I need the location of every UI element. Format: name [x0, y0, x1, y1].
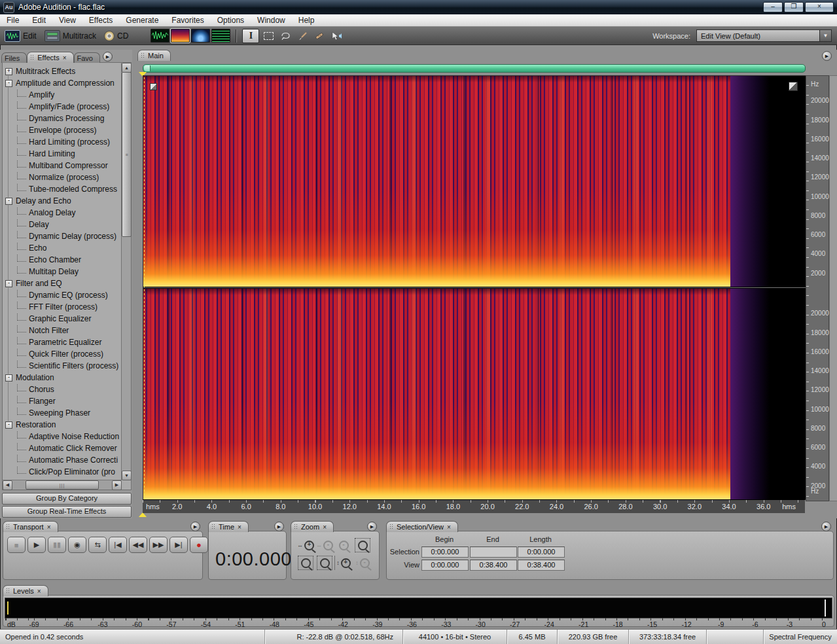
spectral-display[interactable]: [143, 75, 806, 500]
timeline-ruler[interactable]: hms hms 2.04.06.08.010.012.014.016.018.0…: [143, 499, 805, 513]
panel-menu-icon[interactable]: ▶: [190, 522, 200, 531]
waveform-view-button[interactable]: [151, 29, 169, 43]
tree-item-automatic-click-remover[interactable]: Automatic Click Remover: [3, 442, 122, 454]
close-button[interactable]: ×: [805, 2, 834, 12]
menu-favorites[interactable]: Favorites: [165, 14, 210, 26]
effects-paintbrush-tool-button[interactable]: [294, 29, 310, 43]
status-file-size[interactable]: 6.45 MB: [507, 630, 557, 644]
expand-icon[interactable]: +: [5, 68, 12, 75]
zoom-in-left-selection-button[interactable]: [297, 555, 314, 571]
tab-levels[interactable]: Levels×: [3, 585, 48, 596]
tree-item-dynamic-delay-process-[interactable]: Dynamic Delay (process): [3, 230, 122, 242]
maximize-button[interactable]: ❐: [784, 2, 804, 12]
workspace-dropdown[interactable]: Edit View (Default) ▼: [696, 29, 832, 42]
view-length-field[interactable]: 0:38.400: [518, 560, 565, 571]
view-begin-field[interactable]: 0:00.000: [421, 560, 469, 571]
vertical-scrollbar[interactable]: ▲ ≡ ▼: [121, 63, 131, 480]
tree-item-scientific-filters-process-[interactable]: Scientific Filters (process): [3, 360, 122, 372]
close-tab-icon[interactable]: ×: [47, 524, 51, 531]
vertical-scrollbar[interactable]: [829, 75, 837, 501]
tab-transport[interactable]: Transport×: [3, 521, 58, 532]
level-meter[interactable]: [5, 598, 832, 618]
menu-effects[interactable]: Effects: [82, 14, 119, 26]
spot-healing-brush-tool-button[interactable]: [312, 29, 327, 43]
selection-begin-field[interactable]: 0:00.000: [421, 546, 469, 558]
scroll-down-icon[interactable]: ▼: [122, 471, 132, 480]
collapse-icon[interactable]: -: [5, 198, 12, 205]
tab-time[interactable]: Time×: [208, 521, 249, 532]
spectrogram-left-channel[interactable]: [143, 76, 806, 287]
tree-item-hard-limiting[interactable]: Hard Limiting: [3, 148, 122, 160]
selection-length-field[interactable]: 0:00.000: [518, 546, 565, 558]
go-to-end-button[interactable]: ▶|: [169, 537, 188, 553]
scrollbar-cap[interactable]: [144, 65, 151, 71]
status-time-free[interactable]: 373:33:18.34 free: [628, 630, 706, 644]
spectral-handle-icon[interactable]: [150, 83, 157, 90]
edit-view-button[interactable]: Edit: [23, 31, 37, 41]
tree-item-echo-chamber[interactable]: Echo Chamber: [3, 254, 122, 266]
tree-item-chorus[interactable]: Chorus: [3, 384, 122, 395]
scrub-tool-button[interactable]: [329, 29, 344, 43]
tree-item-echo[interactable]: Echo: [3, 242, 122, 254]
horizontal-scrollbar[interactable]: ◀ ||| ▶: [3, 480, 122, 490]
rewind-button[interactable]: ◀◀: [129, 537, 147, 553]
cd-view-icon[interactable]: [104, 31, 115, 41]
tree-item-tube-modeled-compress[interactable]: Tube-modeled Compress: [3, 183, 122, 195]
tree-item-amplitude-and-compression[interactable]: -Amplitude and Compression: [3, 77, 122, 89]
panel-menu-icon[interactable]: ▶: [821, 522, 831, 531]
panel-menu-icon[interactable]: ▶: [822, 51, 832, 61]
zoom-out-full-button[interactable]: -: [335, 537, 352, 553]
scroll-left-icon[interactable]: ◀: [3, 480, 12, 490]
play-looped-button[interactable]: ⇆: [88, 537, 107, 553]
tree-item-sweeping-phaser[interactable]: Sweeping Phaser: [3, 407, 122, 419]
minimize-button[interactable]: –: [763, 2, 783, 12]
pause-button[interactable]: ▮▮: [48, 537, 66, 553]
tab-favorites[interactable]: Favo: [74, 52, 100, 63]
time-selection-tool-button[interactable]: I: [242, 29, 259, 43]
play-from-cursor-button[interactable]: ◉: [68, 537, 86, 553]
close-tab-icon[interactable]: ×: [37, 588, 41, 595]
tree-item-dynamics-processing[interactable]: Dynamics Processing: [3, 113, 122, 124]
tree-item-analog-delay[interactable]: Analog Delay: [3, 207, 122, 219]
tree-item-fft-filter-process-[interactable]: FFT Filter (process): [3, 301, 122, 313]
close-tab-icon[interactable]: ×: [323, 524, 327, 531]
tree-item-modulation[interactable]: -Modulation: [3, 372, 122, 384]
tree-item-restoration[interactable]: -Restoration: [3, 419, 122, 431]
spectral-pan-view-button[interactable]: [191, 29, 210, 43]
record-button[interactable]: ●: [190, 537, 208, 553]
status-disk-free[interactable]: 220.93 GB free: [557, 630, 628, 644]
selection-marker-bottom[interactable]: [139, 512, 147, 517]
zoom-in-vertically-button[interactable]: ↕+: [335, 555, 352, 571]
tree-item-parametric-equalizer[interactable]: Parametric Equalizer: [3, 336, 122, 348]
group-real-time-effects-button[interactable]: Group Real-Time Effects: [2, 506, 132, 518]
tree-item-filter-and-eq[interactable]: -Filter and EQ: [3, 277, 122, 289]
tree-item-multitrack-effects[interactable]: +Multitrack Effects: [3, 65, 122, 77]
edit-view-icon[interactable]: [5, 30, 20, 42]
status-sample-format[interactable]: 44100 • 16-bit • Stereo: [402, 630, 507, 644]
collapse-icon[interactable]: -: [5, 80, 12, 87]
tree-item-delay-and-echo[interactable]: -Delay and Echo: [3, 195, 122, 207]
menu-options[interactable]: Options: [211, 14, 251, 26]
spectral-phase-view-button[interactable]: [211, 29, 230, 43]
multitrack-view-icon[interactable]: [45, 30, 60, 42]
zoom-out-vertically-button[interactable]: ↕-: [354, 555, 371, 571]
menu-edit[interactable]: Edit: [26, 14, 52, 26]
zoom-in-horizontally-button[interactable]: ↔+: [297, 537, 314, 553]
tree-item-amplify[interactable]: Amplify: [3, 89, 122, 101]
zoom-out-horizontally-button[interactable]: ↔-: [316, 537, 333, 553]
scrollbar-thumb[interactable]: ≡: [122, 72, 132, 237]
zoom-to-selection-button[interactable]: [354, 537, 371, 553]
group-by-category-button[interactable]: Group By Category: [2, 493, 132, 505]
tree-item-normalize-process-[interactable]: Normalize (process): [3, 171, 122, 183]
tree-item-dynamic-eq-process-[interactable]: Dynamic EQ (process): [3, 289, 122, 301]
tree-item-amplify-fade-process-[interactable]: Amplify/Fade (process): [3, 101, 122, 113]
collapse-icon[interactable]: -: [5, 280, 12, 287]
play-button[interactable]: ▶: [27, 537, 46, 553]
spectrogram-right-channel[interactable]: [143, 289, 806, 499]
tab-selection-view[interactable]: Selection/View×: [386, 521, 458, 532]
playhead-cursor[interactable]: [144, 76, 145, 499]
menu-view[interactable]: View: [52, 14, 82, 26]
panel-menu-icon[interactable]: ▶: [367, 522, 377, 531]
zoom-in-right-selection-button[interactable]: [316, 555, 333, 571]
panel-menu-icon[interactable]: ▶: [103, 52, 113, 62]
